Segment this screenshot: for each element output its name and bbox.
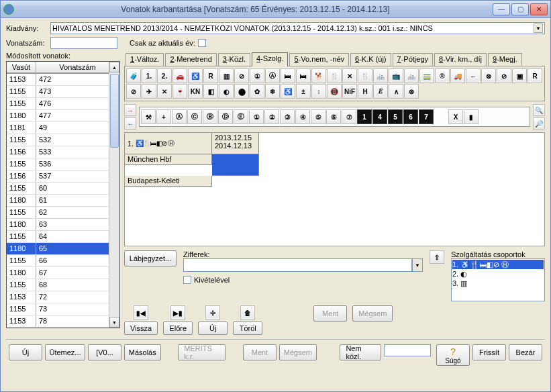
up-arrow-button[interactable]: ⇧	[430, 250, 444, 264]
tool-icon-14[interactable]: ✕	[342, 68, 357, 83]
tool-icon-20[interactable]: ®	[435, 68, 450, 83]
th-vasut[interactable]: Vasút	[7, 62, 36, 73]
strip2-icon-13[interactable]: ⑦	[342, 109, 356, 124]
table-row[interactable]: 1155536	[7, 158, 119, 170]
tool-icon-25[interactable]: ▣	[512, 68, 527, 83]
bottom-merits[interactable]: MERITS k.r.	[178, 344, 226, 360]
tool-icon-27[interactable]: ⊘	[126, 84, 141, 99]
tool-icon-6[interactable]: ▥	[219, 68, 234, 83]
table-row[interactable]: 1155473	[7, 86, 119, 98]
uj-button[interactable]: Új	[198, 322, 228, 335]
strip2-bar[interactable]: ▮	[464, 109, 479, 124]
table-row[interactable]: 118149	[7, 122, 119, 134]
tool-icon-15[interactable]: 🍴	[358, 68, 372, 83]
strip2-num-1[interactable]: 1	[357, 109, 372, 124]
tool-icon-33[interactable]: ◐	[219, 84, 234, 99]
zifferek-combo[interactable]	[183, 258, 412, 272]
tool-icon-29[interactable]: ✕	[157, 84, 172, 99]
strip2-icon-8[interactable]: ②	[264, 109, 279, 124]
minimize-button[interactable]: —	[493, 3, 510, 15]
tab-5[interactable]: 5-Vo.nem, -név	[289, 53, 349, 66]
strip2-icon-12[interactable]: ⑥	[326, 109, 341, 124]
tool-icon-7[interactable]: ⊘	[234, 68, 249, 83]
tool-icon-21[interactable]: 🚚	[450, 68, 465, 83]
close-button[interactable]: ✕	[530, 3, 548, 15]
nav-prev-icon[interactable]: ▮◀	[134, 305, 148, 320]
tool-icon-9[interactable]: Ⓐ	[265, 68, 280, 83]
table-row[interactable]: 115579	[7, 328, 119, 328]
table-row[interactable]: 1155476	[7, 98, 119, 110]
tool-icon-35[interactable]: ✿	[250, 84, 264, 99]
tool-icon-28[interactable]: ✈	[142, 84, 156, 99]
strip2-icon-3[interactable]: Ⓒ	[187, 109, 202, 124]
tool-icon-19[interactable]: 🚃	[419, 68, 434, 83]
tool-icon-32[interactable]: ◧	[203, 84, 218, 99]
tool-icon-12[interactable]: 🐕	[311, 68, 326, 83]
labjegyzet-button[interactable]: Lábjegyzet...	[124, 250, 177, 266]
tab-8[interactable]: 8-Vir. km., díj	[434, 53, 487, 66]
grid-selected-cell[interactable]	[212, 154, 259, 176]
tool-icon-22[interactable]: ←	[466, 68, 481, 83]
scroll-up-icon[interactable]: ▲	[109, 62, 119, 72]
service-grid[interactable]: 1. ♿🍴🛏◧⊘ Ⓗ 2013.12.15 2014.12.13 München…	[124, 132, 545, 246]
tool-icon-1[interactable]: 1.	[142, 68, 156, 83]
bottom-nemkozl[interactable]: Nem közl.	[340, 344, 381, 360]
table-row[interactable]: 115564	[7, 231, 119, 243]
bezar-button[interactable]: Bezár	[509, 344, 542, 360]
frissit-button[interactable]: Frissít	[472, 344, 506, 360]
maximize-button[interactable]: ▢	[511, 3, 529, 15]
tool-icon-0[interactable]: 🧳	[126, 68, 141, 83]
sgroup-0[interactable]: 1. ♿🍴🛏◧⊘ Ⓗ	[452, 260, 544, 269]
tool-icon-13[interactable]: 🍴	[327, 68, 342, 83]
vissza-button[interactable]: Vissza	[124, 322, 158, 335]
table-row[interactable]: 1156533	[7, 146, 119, 158]
tool-icon-10[interactable]: 🛏	[281, 68, 295, 83]
nav-del-icon[interactable]: 🗑	[240, 305, 255, 320]
tool-icon-4[interactable]: ♿	[188, 68, 203, 83]
strip2-icon-1[interactable]: +	[156, 109, 171, 124]
table-row[interactable]: 1180477	[7, 110, 119, 122]
strip2-num-5[interactable]: 5	[388, 109, 403, 124]
zoom-out-icon[interactable]: 🔎	[533, 117, 545, 130]
table-row[interactable]: 115560	[7, 183, 119, 195]
service-groups-list[interactable]: 1. ♿🍴🛏◧⊘ Ⓗ2. ◐3. ▥	[451, 258, 545, 301]
strip2-icon-11[interactable]: ⑤	[311, 109, 325, 124]
dropdown-icon[interactable]: ▼	[534, 23, 543, 33]
tool-icon-36[interactable]: ❄	[265, 84, 280, 99]
tool-icon-39[interactable]: ↕	[311, 84, 326, 99]
strip2-icon-0[interactable]: ⚒	[141, 109, 156, 124]
tool-icon-34[interactable]: ⬤	[234, 84, 249, 99]
table-row[interactable]: 115568	[7, 279, 119, 291]
tool-icon-3[interactable]: 🚗	[172, 68, 187, 83]
side-btn-2[interactable]: ←	[124, 117, 136, 130]
vonatszam-input[interactable]	[50, 37, 117, 49]
tab-6[interactable]: 6-K.K (új)	[350, 53, 391, 66]
bottom-ment[interactable]: Ment	[243, 344, 277, 360]
table-row[interactable]: 115566	[7, 255, 119, 267]
table-row[interactable]: 118065	[7, 243, 119, 255]
tool-icon-43[interactable]: 𝐸	[373, 84, 388, 99]
strip2-num-6[interactable]: 6	[403, 109, 418, 124]
side-btn-1[interactable]: →	[124, 104, 136, 116]
table-row[interactable]: 1155532	[7, 134, 119, 146]
megsem-button[interactable]: Mégsem	[352, 305, 393, 322]
tool-icon-17[interactable]: 📺	[389, 68, 403, 83]
tool-icon-5[interactable]: R	[203, 68, 218, 83]
torol-button[interactable]: Töröl	[233, 322, 262, 335]
tool-icon-24[interactable]: ⊘	[497, 68, 511, 83]
ment-button[interactable]: Ment	[313, 305, 347, 322]
tool-icon-11[interactable]: 🛏	[296, 68, 311, 83]
tool-icon-26[interactable]: R	[528, 68, 542, 83]
bottom-vo[interactable]: [V0...	[88, 344, 121, 360]
strip2-icon-2[interactable]: Ⓐ	[172, 109, 187, 124]
strip2-icon-4[interactable]: Ⓑ	[203, 109, 217, 124]
tool-icon-40[interactable]: 📵	[327, 84, 342, 99]
table-row[interactable]: 1156537	[7, 170, 119, 183]
strip2-close[interactable]: X	[448, 109, 463, 124]
table-row[interactable]: 1153472	[7, 74, 119, 86]
bottom-megsem[interactable]: Mégsem	[279, 344, 317, 360]
tool-icon-2[interactable]: 2.	[157, 68, 172, 83]
sgroup-1[interactable]: 2. ◐	[452, 269, 544, 279]
kiadvany-combo[interactable]: HIVATALOS MENETREND 2013/2014 - NEMZETKÖ…	[50, 22, 545, 34]
kivetelevel-checkbox[interactable]	[183, 276, 191, 284]
